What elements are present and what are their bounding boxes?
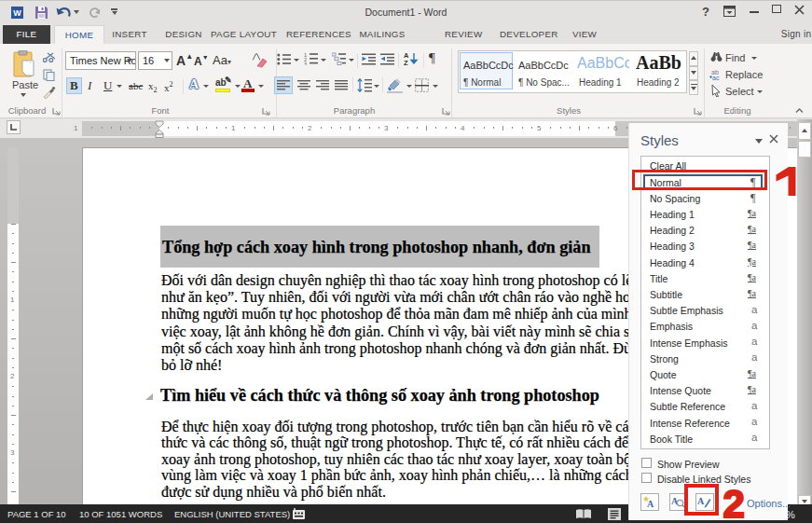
svg-text:W: W <box>13 8 21 18</box>
svg-text:ac: ac <box>712 75 720 81</box>
svg-text:A: A <box>647 499 654 508</box>
svg-text:Z: Z <box>404 59 408 66</box>
svg-text:3: 3 <box>304 62 307 65</box>
